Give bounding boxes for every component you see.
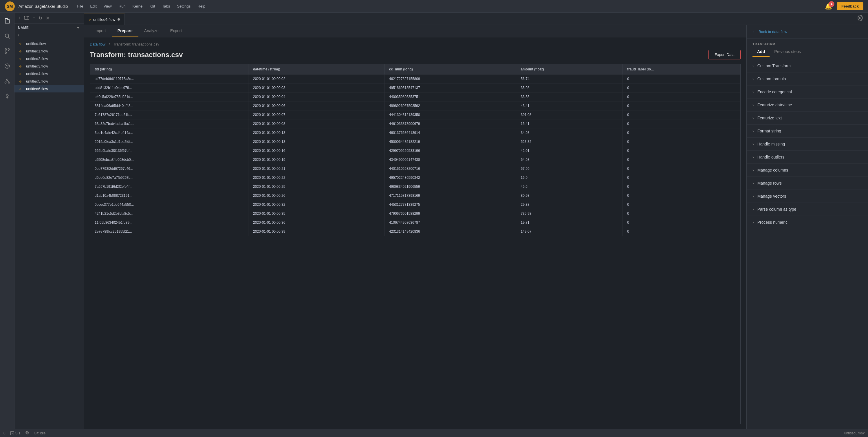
sidebar-file-untitled2[interactable]: ⟐ untitled2.flow [14, 55, 84, 62]
transform-item-featurize-date/time[interactable]: › Featurize date/time [747, 98, 868, 112]
sidebar-file-untitled1[interactable]: ⟐ untitled1.flow [14, 47, 84, 55]
feedback-button[interactable]: Feedback [837, 2, 863, 10]
cell-7-1: 2020-01-01 00:00:13 [248, 137, 384, 146]
menu-edit[interactable]: Edit [90, 3, 96, 9]
sidebar-file-untitled[interactable]: ⟐ untitled.flow [14, 40, 84, 47]
menu-run[interactable]: Run [119, 3, 126, 9]
cell-16-2: 4106744958636787 [384, 218, 516, 227]
chevron-right-icon: › [752, 181, 754, 185]
cell-3-0: 8814da06a95dd40af48... [90, 101, 248, 110]
cell-2-3: 33.35 [516, 92, 622, 101]
activity-files-icon[interactable] [3, 16, 12, 26]
cell-8-3: 42.01 [516, 146, 622, 155]
transform-item-manage-vectors[interactable]: › Manage vectors [747, 190, 868, 203]
upload-icon[interactable]: ↑ [33, 16, 35, 21]
cell-3-1: 2020-01-01 00:00:06 [248, 101, 384, 110]
activity-extensions-icon[interactable] [3, 92, 12, 101]
transform-item-manage-rows[interactable]: › Manage rows [747, 177, 868, 190]
transform-item-encode-categorical[interactable]: › Encode categorical [747, 86, 868, 98]
tab-analyze[interactable]: Analyze [138, 25, 164, 37]
transform-tab-add[interactable]: Add [752, 47, 770, 57]
tab-prepare[interactable]: Prepare [112, 25, 138, 37]
svg-point-33 [27, 432, 28, 433]
table-row: 63a32c7bab4acba1bc1...2020-01-01 00:00:0… [90, 119, 740, 128]
transform-item-label: Handle outliers [757, 155, 784, 159]
transform-item-label: Encode categorical [757, 90, 792, 94]
cell-5-0: 63a32c7bab4acba1bc1... [90, 119, 248, 128]
flow-file-icon-1: ⟐ [19, 49, 24, 53]
clear-icon[interactable]: ✕ [46, 16, 50, 21]
cell-1-1: 2020-01-01 00:00:03 [248, 84, 384, 92]
svg-point-20 [8, 82, 9, 84]
transform-item-label: Process numeric [757, 220, 787, 225]
col-header-datetime: datetime (string) [248, 64, 384, 75]
transform-item-featurize-text[interactable]: › Featurize text [747, 112, 868, 125]
flow-file-icon-4: ⟐ [19, 71, 24, 76]
transform-item-custom-transform[interactable]: › Custom Transform [747, 59, 868, 72]
sidebar: + ↑ ↻ ✕ Name / ⟐ untitled.flo [14, 13, 84, 429]
menu-items: File Edit View Run Kernel Git Tabs Setti… [77, 3, 825, 9]
transform-item-custom-formula[interactable]: › Custom formula [747, 72, 868, 86]
cell-8-1: 2020-01-01 00:00:16 [248, 146, 384, 155]
menu-file[interactable]: File [77, 3, 83, 9]
menu-help[interactable]: Help [197, 3, 205, 9]
breadcrumb-current: Transform: transactions.csv [113, 42, 159, 47]
cell-9-3: 64.98 [516, 155, 622, 164]
tab-export[interactable]: Export [164, 25, 188, 37]
sidebar-file-untitled3[interactable]: ⟐ untitled3.flow [14, 62, 84, 70]
menu-settings[interactable]: Settings [177, 3, 190, 9]
settings-gear-icon[interactable] [852, 13, 868, 25]
transform-item-handle-missing[interactable]: › Handle missing [747, 138, 868, 151]
chevron-right-icon: › [752, 77, 754, 81]
transform-item-format-string[interactable]: › Format string [747, 125, 868, 138]
data-table-wrapper[interactable]: tid (string) datetime (string) cc_num (l… [90, 64, 741, 424]
transform-item-process-numeric[interactable]: › Process numeric [747, 216, 868, 229]
transform-tab-previous[interactable]: Previous steps [770, 47, 805, 57]
cell-0-0: cd77deb0b6110775a8c... [90, 75, 248, 84]
table-row: 7e61787c26171de51b...2020-01-01 00:00:07… [90, 110, 740, 119]
cell-4-3: 391.08 [516, 110, 622, 119]
sidebar-file-untitled4[interactable]: ⟐ untitled4.flow [14, 70, 84, 77]
sidebar-file-untitled6[interactable]: ⟐ untitled6.flow [14, 85, 84, 92]
status-gear-icon[interactable] [25, 431, 29, 436]
svg-rect-7 [7, 20, 9, 20]
chevron-right-icon: › [752, 168, 754, 172]
transform-item-manage-columns[interactable]: › Manage columns [747, 164, 868, 177]
activity-palette-icon[interactable] [3, 61, 12, 71]
table-row: 7a557b191f6d2f2efe4f...2020-01-01 00:00:… [90, 182, 740, 191]
col-header-tid: tid (string) [90, 64, 248, 75]
table-row: 4241b21c5d2b3cfa8c5...2020-01-01 00:00:3… [90, 209, 740, 218]
sidebar-file-untitled5[interactable]: ⟐ untitled5.flow [14, 77, 84, 85]
menu-view[interactable]: View [104, 3, 112, 9]
cell-13-4: 0 [622, 191, 740, 200]
activity-nodes-icon[interactable] [3, 77, 12, 86]
back-to-dataflow[interactable]: ← Back to data flow [747, 25, 868, 39]
refresh-icon[interactable]: ↻ [38, 16, 42, 21]
cell-12-2: 4986834021906559 [384, 182, 516, 191]
tab-untitled6[interactable]: ⟐ untitled6.flow [84, 13, 125, 25]
data-table: tid (string) datetime (string) cc_num (l… [90, 64, 740, 236]
menu-tabs[interactable]: Tabs [162, 3, 170, 9]
table-row: 2e7e789fcc251955f21...2020-01-01 00:00:3… [90, 227, 740, 236]
new-file-icon[interactable]: + [18, 16, 21, 21]
menu-git[interactable]: Git [150, 3, 155, 9]
status-filename: untitled6.flow [844, 431, 865, 435]
activity-search-icon[interactable] [3, 31, 12, 40]
tab-import[interactable]: Import [89, 25, 112, 37]
status-s1: S S 1 [10, 431, 21, 435]
transform-item-label: Featurize date/time [757, 103, 792, 107]
breadcrumb-link[interactable]: Data flow [90, 42, 105, 47]
transform-item-label: Handle missing [757, 142, 785, 146]
new-folder-icon[interactable] [24, 15, 29, 21]
cell-7-0: 2015a0fea3c1d1be2fdf... [90, 137, 248, 146]
transform-item-handle-outliers[interactable]: › Handle outliers [747, 151, 868, 164]
tab-dot [118, 18, 120, 21]
svg-point-19 [5, 82, 6, 84]
chevron-right-icon: › [752, 155, 754, 159]
menu-kernel[interactable]: Kernel [133, 3, 144, 9]
svg-text:S: S [11, 432, 13, 435]
notification-icon[interactable]: 🔔 4 [825, 3, 832, 10]
activity-git-icon[interactable] [3, 47, 12, 56]
export-data-button[interactable]: Export Data [709, 50, 741, 59]
transform-item-parse-column-as-type[interactable]: › Parse column as type [747, 203, 868, 216]
